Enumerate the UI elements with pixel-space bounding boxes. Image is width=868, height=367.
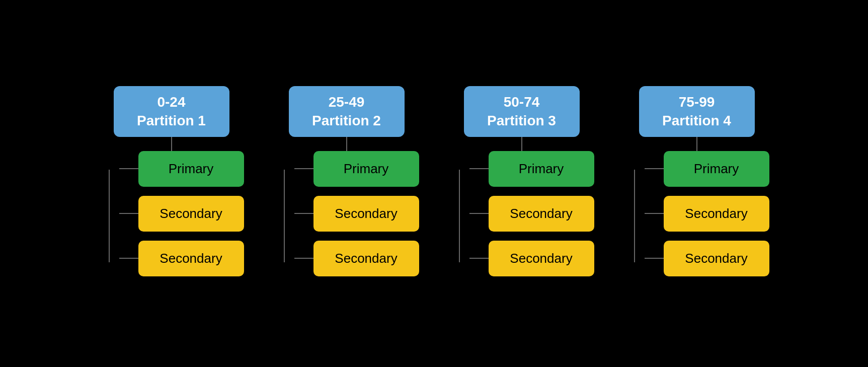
partition-range-2: 25-49	[329, 94, 365, 110]
secondary-label-2-2: Secondary	[335, 206, 397, 221]
primary-label-2-1: Primary	[344, 161, 389, 176]
nodes-list-2: PrimarySecondarySecondary	[294, 151, 419, 281]
node-row-3-1: Primary	[469, 151, 594, 187]
secondary-label-4-3: Secondary	[685, 251, 747, 266]
secondary-label-2-3: Secondary	[335, 251, 397, 266]
nodes-list-1: PrimarySecondarySecondary	[119, 151, 244, 281]
node-row-3-2: Secondary	[469, 196, 594, 232]
vert-line-4	[634, 170, 635, 262]
vert-line-1	[109, 170, 110, 262]
partition-col-3: 50-74Partition 3PrimarySecondarySecondar…	[449, 86, 594, 281]
top-line-1	[171, 137, 172, 151]
secondary-node-4-3: Secondary	[664, 241, 769, 276]
tree-row-3: PrimarySecondarySecondary	[449, 151, 594, 281]
top-line-3	[521, 137, 522, 151]
h-connector-3-2	[469, 213, 489, 214]
nodes-list-3: PrimarySecondarySecondary	[469, 151, 594, 281]
primary-label-1-1: Primary	[169, 161, 214, 176]
primary-node-4-1: Primary	[664, 151, 769, 187]
h-connector-2-1	[294, 168, 313, 169]
node-row-4-1: Primary	[645, 151, 769, 187]
secondary-node-2-2: Secondary	[313, 196, 419, 232]
partition-range-4: 75-99	[679, 94, 715, 110]
partition-label-3: Partition 3	[487, 113, 556, 128]
node-row-2-3: Secondary	[294, 241, 419, 276]
node-row-1-1: Primary	[119, 151, 244, 187]
diagram: 0-24Partition 1PrimarySecondarySecondary…	[84, 76, 784, 291]
h-connector-2-3	[294, 258, 313, 259]
secondary-node-1-2: Secondary	[138, 196, 244, 232]
vert-connector-2	[274, 151, 294, 281]
partition-range-3: 50-74	[504, 94, 540, 110]
secondary-label-4-2: Secondary	[685, 206, 747, 221]
secondary-node-4-2: Secondary	[664, 196, 769, 232]
primary-node-2-1: Primary	[313, 151, 419, 187]
secondary-node-3-2: Secondary	[489, 196, 594, 232]
top-line-4	[696, 137, 697, 151]
vert-line-3	[459, 170, 460, 262]
node-row-4-3: Secondary	[645, 241, 769, 276]
top-line-2	[346, 137, 347, 151]
h-connector-3-3	[469, 258, 489, 259]
partition-range-1: 0-24	[157, 94, 185, 110]
primary-node-1-1: Primary	[138, 151, 244, 187]
node-row-2-1: Primary	[294, 151, 419, 187]
partition-col-2: 25-49Partition 2PrimarySecondarySecondar…	[274, 86, 419, 281]
h-connector-1-2	[119, 213, 138, 214]
partition-box-1: 0-24Partition 1	[114, 86, 229, 137]
secondary-label-3-2: Secondary	[510, 206, 572, 221]
vert-connector-1	[99, 151, 119, 281]
partition-label-2: Partition 2	[312, 113, 381, 128]
h-connector-3-1	[469, 168, 489, 169]
node-row-4-2: Secondary	[645, 196, 769, 232]
partition-col-1: 0-24Partition 1PrimarySecondarySecondary	[99, 86, 244, 281]
h-connector-1-1	[119, 168, 138, 169]
primary-node-3-1: Primary	[489, 151, 594, 187]
secondary-node-2-3: Secondary	[313, 241, 419, 276]
h-connector-2-2	[294, 213, 313, 214]
partition-label-4: Partition 4	[662, 113, 731, 128]
h-connector-4-1	[645, 168, 664, 169]
node-row-2-2: Secondary	[294, 196, 419, 232]
primary-label-4-1: Primary	[694, 161, 739, 176]
secondary-node-1-3: Secondary	[138, 241, 244, 276]
secondary-node-3-3: Secondary	[489, 241, 594, 276]
secondary-label-1-2: Secondary	[160, 206, 222, 221]
vert-line-2	[284, 170, 285, 262]
tree-row-1: PrimarySecondarySecondary	[99, 151, 244, 281]
h-connector-4-2	[645, 213, 664, 214]
secondary-label-1-3: Secondary	[160, 251, 222, 266]
partition-box-4: 75-99Partition 4	[639, 86, 755, 137]
tree-row-4: PrimarySecondarySecondary	[624, 151, 769, 281]
node-row-3-3: Secondary	[469, 241, 594, 276]
partition-box-2: 25-49Partition 2	[289, 86, 405, 137]
tree-row-2: PrimarySecondarySecondary	[274, 151, 419, 281]
vert-connector-3	[449, 151, 469, 281]
partition-col-4: 75-99Partition 4PrimarySecondarySecondar…	[624, 86, 769, 281]
partition-box-3: 50-74Partition 3	[464, 86, 580, 137]
partition-label-1: Partition 1	[137, 113, 206, 128]
h-connector-4-3	[645, 258, 664, 259]
nodes-list-4: PrimarySecondarySecondary	[645, 151, 769, 281]
secondary-label-3-3: Secondary	[510, 251, 572, 266]
primary-label-3-1: Primary	[519, 161, 564, 176]
node-row-1-3: Secondary	[119, 241, 244, 276]
h-connector-1-3	[119, 258, 138, 259]
node-row-1-2: Secondary	[119, 196, 244, 232]
vert-connector-4	[624, 151, 645, 281]
